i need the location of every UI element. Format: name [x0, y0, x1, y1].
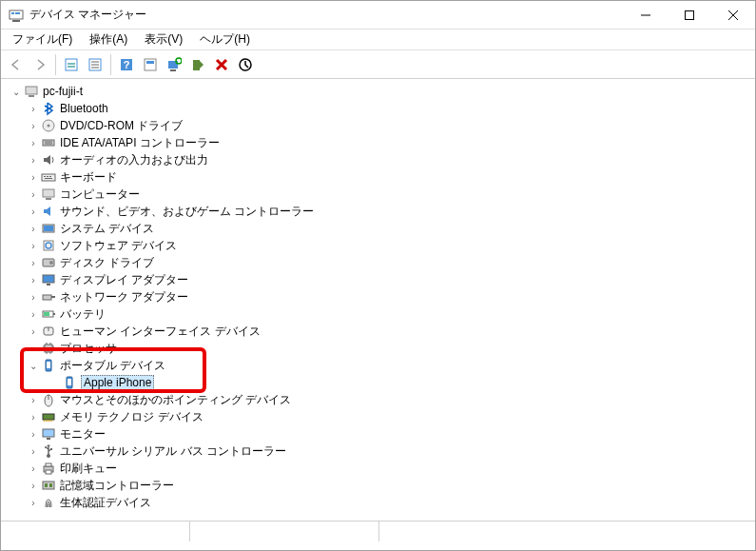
svg-rect-38 — [43, 189, 54, 197]
status-cell — [1, 521, 190, 541]
action-button[interactable] — [139, 53, 162, 76]
monitor-icon — [41, 426, 56, 442]
tree-node[interactable]: ›DVD/CD-ROM ドライブ — [26, 117, 747, 134]
tree-node[interactable]: ›オーディオの入力および出力 — [26, 151, 747, 168]
node-label: バッテリ — [60, 306, 106, 323]
menu-file[interactable]: ファイル(F) — [5, 30, 80, 49]
svg-rect-17 — [145, 59, 156, 70]
expand-arrow-icon[interactable]: › — [26, 292, 41, 303]
svg-rect-85 — [43, 482, 54, 489]
show-hidden-button[interactable] — [60, 53, 83, 76]
expand-arrow-icon[interactable]: › — [26, 481, 41, 491]
tree-node[interactable]: ›コンピューター — [26, 186, 747, 203]
app-icon — [9, 8, 24, 23]
menu-action[interactable]: 操作(A) — [82, 30, 135, 49]
tree-root-node[interactable]: ⌄pc-fujii-t — [9, 83, 747, 100]
tree-node[interactable]: ›ユニバーサル シリアル バス コントローラー — [26, 443, 747, 460]
expand-arrow-icon[interactable]: › — [26, 344, 41, 354]
expand-arrow-icon[interactable]: › — [26, 241, 41, 251]
tree-node[interactable]: ›生体認証デバイス — [26, 494, 747, 511]
tree-node[interactable]: ›マウスとそのほかのポインティング デバイス — [26, 391, 747, 408]
tree-node[interactable]: ›IDE ATA/ATAPI コントローラー — [26, 134, 747, 151]
help-button[interactable]: ? — [115, 53, 138, 76]
tree-node[interactable]: ›ディスク ドライブ — [26, 254, 747, 271]
window-controls — [624, 1, 755, 30]
svg-rect-0 — [10, 10, 23, 19]
svg-rect-72 — [46, 420, 47, 422]
network-icon — [41, 289, 56, 305]
tree-node[interactable]: ›ソフトウェア デバイス — [26, 237, 747, 254]
expand-arrow-icon[interactable]: › — [26, 412, 41, 423]
disc-icon — [41, 118, 56, 133]
svg-rect-74 — [49, 420, 50, 422]
minimize-button[interactable] — [624, 1, 668, 30]
expand-arrow-icon[interactable]: › — [26, 155, 41, 166]
expand-arrow-icon[interactable]: ⌄ — [26, 361, 41, 371]
scan-button[interactable] — [163, 53, 185, 76]
tree-node[interactable]: ›ヒューマン インターフェイス デバイス — [26, 323, 747, 340]
expand-arrow-icon[interactable]: › — [26, 429, 41, 440]
expand-arrow-icon[interactable]: › — [26, 463, 41, 474]
tree-node[interactable]: ›ネットワーク アダプター — [26, 288, 747, 305]
expand-arrow-icon[interactable]: › — [26, 224, 41, 234]
status-cell — [190, 521, 379, 541]
node-label: システム デバイス — [60, 221, 154, 237]
close-button[interactable] — [711, 1, 755, 30]
expand-arrow-icon[interactable]: › — [26, 498, 41, 508]
expand-arrow-icon[interactable]: › — [26, 395, 41, 405]
svg-rect-18 — [146, 61, 154, 64]
tree-node[interactable]: ›モニター — [26, 425, 747, 443]
system-icon — [41, 221, 56, 236]
maximize-button[interactable] — [668, 1, 711, 30]
expand-arrow-icon[interactable]: › — [26, 189, 41, 200]
tree-node[interactable]: ›バッテリ — [26, 305, 747, 323]
menu-help[interactable]: ヘルプ(H) — [192, 30, 258, 49]
update-driver-button[interactable] — [186, 53, 209, 76]
tree-node[interactable]: ›キーボード — [26, 168, 747, 186]
tree-node[interactable]: ›記憶域コントローラー — [26, 477, 747, 494]
svg-rect-9 — [68, 63, 75, 65]
tree-node[interactable]: ›ディスプレイ アダプター — [26, 271, 747, 288]
node-label: 印刷キュー — [60, 461, 117, 477]
menu-view[interactable]: 表示(V) — [137, 30, 190, 49]
svg-rect-48 — [43, 295, 51, 300]
svg-rect-10 — [68, 66, 75, 68]
expand-arrow-icon[interactable]: › — [26, 121, 41, 131]
svg-rect-52 — [44, 312, 49, 316]
tree-node[interactable]: ›システム デバイス — [26, 220, 747, 237]
uninstall-button[interactable] — [210, 53, 233, 76]
properties-button[interactable] — [84, 53, 107, 76]
svg-rect-22 — [193, 60, 200, 70]
node-label: プロセッサ — [60, 341, 117, 357]
tree-child-node[interactable]: Apple iPhone — [47, 374, 747, 391]
svg-rect-65 — [47, 362, 50, 368]
svg-rect-36 — [49, 176, 51, 177]
tree-node[interactable]: ›プロセッサ — [26, 340, 747, 357]
status-cell — [379, 521, 756, 541]
svg-rect-47 — [47, 284, 50, 285]
expand-arrow-icon[interactable]: ⌄ — [9, 87, 24, 97]
expand-arrow-icon[interactable]: › — [26, 104, 41, 114]
expand-arrow-icon[interactable]: › — [26, 309, 41, 320]
device-tree[interactable]: ⌄pc-fujii-t›Bluetooth›DVD/CD-ROM ドライブ›ID… — [1, 79, 755, 521]
disable-button[interactable] — [234, 53, 257, 76]
expand-arrow-icon[interactable]: › — [26, 207, 41, 217]
bluetooth-icon — [41, 101, 56, 116]
tree-node[interactable]: ⌄ポータブル デバイス — [26, 357, 747, 374]
tree-node[interactable]: ›サウンド、ビデオ、およびゲーム コントローラー — [26, 203, 747, 220]
node-label: ユニバーサル シリアル バス コントローラー — [60, 443, 286, 460]
tree-node[interactable]: ›Bluetooth — [26, 100, 747, 117]
expand-arrow-icon[interactable]: › — [26, 326, 41, 337]
expand-arrow-icon[interactable]: › — [26, 172, 41, 183]
tree-node[interactable]: ›印刷キュー — [26, 460, 747, 477]
expand-arrow-icon[interactable]: › — [26, 446, 41, 457]
svg-rect-67 — [68, 379, 71, 385]
expand-arrow-icon[interactable]: › — [26, 258, 41, 268]
expand-arrow-icon[interactable]: › — [26, 138, 41, 148]
expand-arrow-icon[interactable]: › — [26, 275, 41, 285]
display-icon — [41, 272, 56, 287]
svg-rect-87 — [49, 483, 52, 487]
svg-rect-83 — [46, 463, 51, 466]
node-label: サウンド、ビデオ、およびゲーム コントローラー — [60, 204, 314, 220]
tree-node[interactable]: ›メモリ テクノロジ デバイス — [26, 408, 747, 425]
